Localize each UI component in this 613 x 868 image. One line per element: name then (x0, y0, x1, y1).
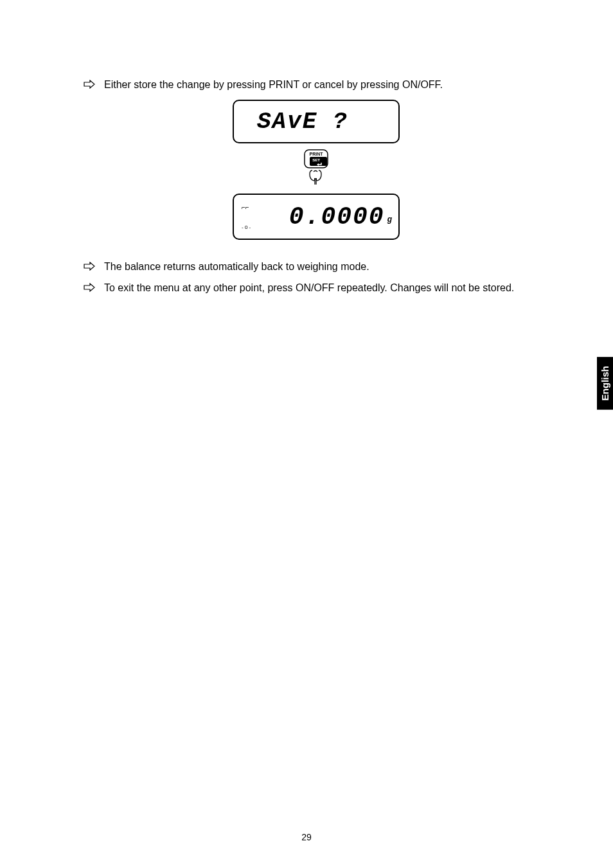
lcd-display-zero: ⌐⌐ - 0 - 0.0000 g (233, 194, 400, 240)
figure-displays: SAvE ? PRINT SET ⌐⌐ - 0 - 0.0000 g (84, 100, 549, 240)
print-set-button-icon: PRINT SET (301, 149, 332, 187)
arrow-icon (84, 280, 96, 296)
instruction-1: Either store the change by pressing PRIN… (96, 77, 443, 93)
svg-text:PRINT: PRINT (310, 152, 324, 156)
lcd-indicators: ⌐⌐ - 0 - (242, 204, 251, 231)
svg-text:SET: SET (312, 158, 320, 162)
arrow-icon (84, 259, 96, 275)
indicator-bottom: - 0 - (242, 224, 251, 231)
lcd-save-text: SAvE ? (244, 109, 348, 135)
lcd-display-save: SAvE ? (233, 100, 400, 143)
instruction-3: To exit the menu at any other point, pre… (96, 280, 514, 296)
lcd-unit: g (387, 215, 392, 224)
instruction-2: The balance returns automatically back t… (96, 259, 369, 275)
indicator-top: ⌐⌐ (242, 204, 251, 212)
arrow-icon (84, 77, 96, 93)
language-tab: English (597, 357, 613, 410)
lcd-zero-value: 0.0000 (289, 203, 385, 231)
page-number: 29 (0, 832, 613, 842)
